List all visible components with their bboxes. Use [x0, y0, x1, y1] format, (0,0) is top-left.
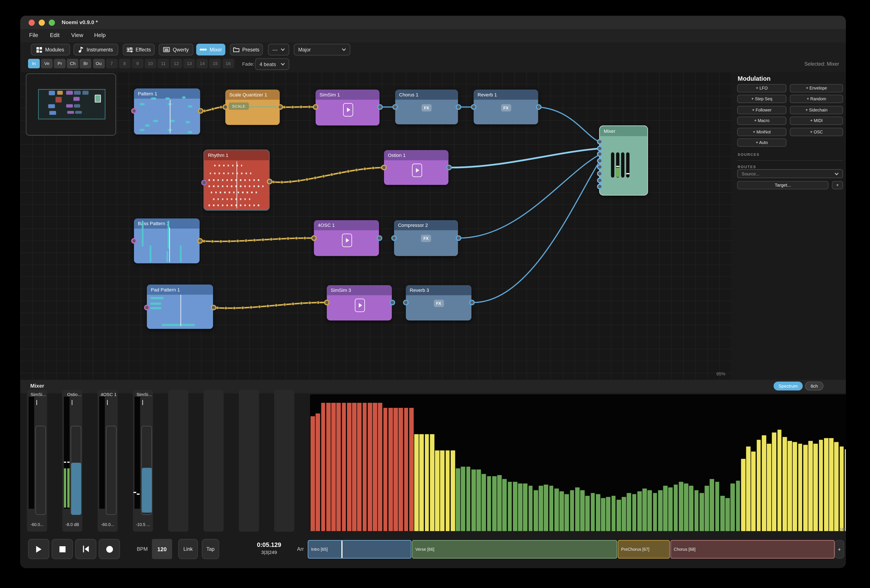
input-port[interactable] — [597, 139, 602, 145]
input-port[interactable] — [597, 177, 602, 183]
add-route-button[interactable]: + — [832, 181, 843, 189]
left-port[interactable] — [471, 104, 476, 110]
tap-tempo-button[interactable]: Tap — [202, 539, 219, 559]
pan-indicator[interactable] — [36, 400, 37, 405]
input-port[interactable] — [597, 158, 602, 163]
track-tab-14[interactable]: 14 — [197, 59, 208, 68]
node-rhythm1[interactable]: Rhythm 1 — [204, 150, 269, 210]
note-cable[interactable] — [200, 238, 314, 242]
add-mod-mininot-button[interactable]: + MiniNot — [737, 128, 787, 136]
play-icon[interactable] — [342, 233, 352, 247]
note-cable[interactable] — [200, 107, 225, 111]
add-mod-stepseq-button[interactable]: + Step Seq — [737, 95, 787, 103]
track-tab-in[interactable]: In — [28, 59, 40, 68]
left-port[interactable] — [201, 180, 207, 185]
toolbar-button-mixer[interactable]: Mixer — [196, 44, 225, 55]
left-port[interactable] — [324, 299, 329, 305]
input-port[interactable] — [597, 184, 602, 189]
menu-help[interactable]: Help — [94, 32, 106, 38]
add-mod-osc-button[interactable]: + OSC — [790, 128, 843, 136]
menu-view[interactable]: View — [71, 32, 83, 38]
add-mod-sidechain-button[interactable]: + Sidechain — [790, 106, 843, 114]
track-tab-15[interactable]: 15 — [209, 59, 221, 68]
add-section-button[interactable]: + — [835, 540, 844, 558]
right-port[interactable] — [198, 108, 203, 113]
node-scaleq[interactable]: Scale Quantizer 1SCALE — [225, 89, 280, 125]
left-port[interactable] — [403, 299, 408, 305]
track-tab-pr[interactable]: Pr — [54, 59, 66, 68]
right-port[interactable] — [277, 104, 283, 110]
channel-strip-8[interactable] — [274, 390, 294, 532]
node-comp2[interactable]: Compressor 2FX — [394, 220, 458, 256]
key-dropdown[interactable]: --- — [268, 44, 289, 55]
node-pad[interactable]: Pad Pattern 1 — [147, 285, 213, 329]
note-cable[interactable] — [213, 302, 327, 308]
track-tab-br[interactable]: Br — [80, 59, 92, 68]
right-port[interactable] — [210, 304, 216, 310]
right-port[interactable] — [469, 299, 474, 305]
left-port[interactable] — [131, 238, 137, 244]
track-tab-11[interactable]: 11 — [158, 59, 169, 68]
play-icon[interactable] — [355, 298, 365, 312]
node-bass[interactable]: Bass Pattern 1 — [134, 218, 200, 263]
channel-strip-7[interactable] — [239, 390, 259, 532]
track-tab-10[interactable]: 10 — [145, 59, 156, 68]
menu-edit[interactable]: Edit — [50, 32, 60, 38]
fader-track[interactable] — [35, 426, 46, 515]
channel-strip-1[interactable]: SimSi...-60.0... — [27, 390, 47, 532]
right-port[interactable] — [377, 235, 382, 241]
audio-cable[interactable] — [471, 161, 600, 303]
rewind-button[interactable] — [75, 539, 97, 559]
left-port[interactable] — [381, 165, 387, 170]
track-tab-7[interactable]: 7 — [106, 59, 118, 68]
spectrum-view-button[interactable]: Spectrum — [773, 382, 803, 391]
left-port[interactable] — [131, 108, 137, 113]
fade-dropdown[interactable]: 4 beats — [255, 58, 289, 70]
track-tab-ch[interactable]: Ch — [67, 59, 79, 68]
right-port[interactable] — [267, 178, 272, 184]
node-reverb3[interactable]: Reverb 3FX — [406, 285, 472, 321]
right-port[interactable] — [389, 299, 395, 305]
add-mod-macro-button[interactable]: + Macro — [737, 117, 787, 125]
route-target-button[interactable]: Target... — [737, 181, 828, 189]
scale-dropdown[interactable]: Major — [294, 44, 350, 55]
left-port[interactable] — [391, 235, 397, 241]
track-tab-ou[interactable]: Ou — [93, 59, 105, 68]
track-tab-9[interactable]: 9 — [131, 59, 143, 68]
input-port[interactable] — [597, 151, 602, 157]
left-port[interactable] — [313, 104, 318, 110]
input-port[interactable] — [597, 171, 602, 177]
node-ostion1[interactable]: Ostion 1 — [384, 150, 448, 185]
channel-strip-6[interactable] — [204, 390, 224, 532]
node-simsim1[interactable]: SimSim 1 — [316, 89, 380, 125]
right-port[interactable] — [456, 235, 461, 241]
channel-strip-4[interactable]: SimSi...-10.5 ... — [133, 390, 153, 532]
input-port[interactable] — [597, 145, 602, 151]
maximize-window-icon[interactable] — [49, 19, 55, 26]
channel-strip-5[interactable] — [168, 390, 188, 532]
right-port[interactable] — [197, 238, 203, 244]
track-tab-8[interactable]: 8 — [119, 59, 131, 68]
mixer-fader-bar[interactable] — [626, 152, 630, 178]
channel-strip-3[interactable]: 4OSC 1-60.0... — [98, 390, 118, 532]
mixer-fader-bar[interactable] — [611, 152, 614, 178]
node-reverb1[interactable]: Reverb 1FX — [474, 89, 538, 124]
fader-handle[interactable] — [71, 463, 81, 515]
node-chorus1[interactable]: Chorus 1FX — [395, 89, 458, 124]
track-tab-13[interactable]: 13 — [183, 59, 195, 68]
mixer-fader-bar[interactable] — [616, 152, 620, 178]
audio-cable[interactable] — [458, 154, 600, 238]
pan-indicator[interactable] — [142, 400, 143, 405]
track-tab-16[interactable]: 16 — [222, 59, 234, 68]
fader-track[interactable] — [106, 426, 116, 515]
toolbar-button-instruments[interactable]: Instruments — [73, 44, 118, 55]
left-port[interactable] — [222, 104, 228, 110]
right-port[interactable] — [456, 104, 461, 110]
add-mod-midi-button[interactable]: + MIDI — [790, 117, 843, 125]
toolbar-button-effects[interactable]: Effects — [123, 44, 155, 55]
left-port[interactable] — [392, 104, 398, 110]
audio-bright-cable[interactable] — [448, 148, 600, 168]
fader-handle[interactable] — [142, 468, 152, 513]
audio-cable[interactable] — [538, 107, 600, 142]
bpm-value[interactable]: 120 — [152, 539, 172, 559]
